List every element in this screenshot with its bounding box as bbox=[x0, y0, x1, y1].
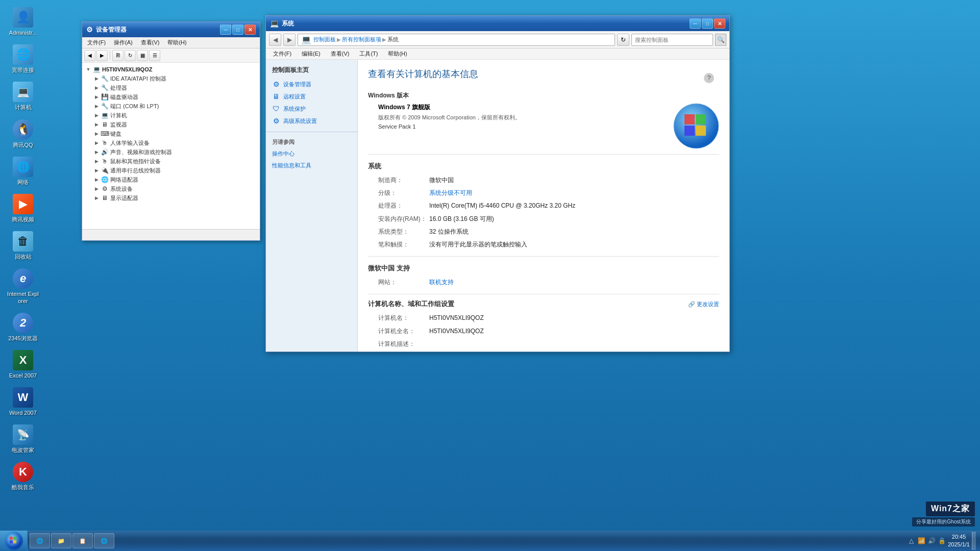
tree-root-toggle[interactable]: ▼ bbox=[84, 65, 92, 73]
tree-item-keyboard[interactable]: ▶ ⌨ 键盘 bbox=[92, 129, 258, 138]
monitor-toggle[interactable]: ▶ bbox=[92, 120, 101, 129]
device-manager-menu-file[interactable]: 文件(F) bbox=[84, 38, 109, 47]
sysinfo-menu-edit[interactable]: 编辑(E) bbox=[298, 49, 325, 59]
tree-item-processor[interactable]: ▶ 🔧 处理器 bbox=[92, 83, 258, 92]
sysinfo-menu-view[interactable]: 查看(V) bbox=[327, 49, 354, 59]
processor-toggle[interactable]: ▶ bbox=[92, 84, 101, 92]
sysinfo-menu-file[interactable]: 文件(F) bbox=[269, 49, 296, 59]
breadcrumb-part2[interactable]: 所有控制面板项 bbox=[342, 36, 381, 43]
device-manager-menu-view[interactable]: 查看(V) bbox=[138, 38, 163, 47]
desktop-icon-tengxun[interactable]: ▶ 腾讯视频 bbox=[5, 192, 41, 225]
computer-desc-value bbox=[429, 339, 719, 349]
tree-item-system[interactable]: ▶ ⚙ 系统设备 bbox=[92, 184, 258, 193]
sidebar-link-remote[interactable]: 🖥 远程设置 bbox=[266, 91, 357, 103]
device-manager-menu-action[interactable]: 操作(A) bbox=[111, 38, 136, 47]
address-path[interactable]: 💻 控制面板 ▶ 所有控制面板项 ▶ 系统 bbox=[298, 34, 615, 46]
tree-item-network[interactable]: ▶ 🌐 网络适配器 bbox=[92, 175, 258, 184]
ide-toggle[interactable]: ▶ bbox=[92, 74, 101, 83]
breadcrumb-part1[interactable]: 控制面板 bbox=[313, 36, 336, 43]
desktop-icon-excel[interactable]: X Excel 2007 bbox=[5, 348, 41, 381]
tray-volume-icon[interactable]: 🔊 bbox=[927, 537, 936, 545]
taskbar-item-ie[interactable]: 🌐 bbox=[30, 533, 50, 548]
tray-expand-icon[interactable]: △ bbox=[907, 537, 915, 545]
taskbar-item-folder[interactable]: 📁 bbox=[51, 533, 71, 548]
desktop-icon-computer[interactable]: 💻 计算机 bbox=[5, 80, 41, 113]
system-info-table: 制造商： 微软中国 分级： 系统分级不可用 处理器： Intel(R) Core… bbox=[368, 174, 719, 251]
toolbar-forward-button[interactable]: ▶ bbox=[96, 50, 108, 61]
desktop-icon-ie[interactable]: e Internet Explorer bbox=[5, 266, 41, 306]
sidebar-link-action-center[interactable]: 操作中心 bbox=[266, 148, 357, 160]
device-manager-maximize-button[interactable]: □ bbox=[232, 24, 243, 35]
sysinfo-menu-help[interactable]: 帮助(H) bbox=[384, 49, 411, 59]
tray-network-icon[interactable]: 📶 bbox=[917, 537, 925, 545]
sidebar-link-protection[interactable]: 🛡 系统保护 bbox=[266, 103, 357, 115]
tree-item-audio[interactable]: ▶ 🔊 声音、视频和游戏控制器 bbox=[92, 147, 258, 157]
tree-item-hid[interactable]: ▶ 🖱 人体学输入设备 bbox=[92, 138, 258, 147]
sysinfo-menu-tools[interactable]: 工具(T) bbox=[355, 49, 382, 59]
device-manager-minimize-button[interactable]: ─ bbox=[220, 24, 231, 35]
clock-time: 20:45 bbox=[948, 533, 970, 541]
help-icon[interactable]: ? bbox=[704, 73, 714, 83]
desktop-icon-ie2[interactable]: 2 2345浏览器 bbox=[5, 311, 41, 344]
tree-item-computer[interactable]: ▶ 💻 计算机 bbox=[92, 111, 258, 120]
back-button[interactable]: ◀ bbox=[269, 34, 281, 46]
system-info-minimize-button[interactable]: ─ bbox=[690, 18, 701, 29]
mouse-label: 鼠标和其他指针设备 bbox=[110, 158, 161, 165]
disk-toggle[interactable]: ▶ bbox=[92, 93, 101, 101]
taskbar-item-browser[interactable]: 🌐 bbox=[94, 533, 114, 548]
mouse-toggle[interactable]: ▶ bbox=[92, 157, 101, 165]
tree-item-ide[interactable]: ▶ 🔧 IDE ATA/ATAPI 控制器 bbox=[92, 74, 258, 83]
toolbar-more-button[interactable]: ▦ bbox=[137, 50, 148, 61]
network-toggle[interactable]: ▶ bbox=[92, 176, 101, 184]
website-value[interactable]: 联机支持 bbox=[429, 278, 719, 287]
device-manager-window: ⚙ 设备管理器 ─ □ ✕ 文件(F) 操作(A) 查看(V) 帮助(H) ◀ … bbox=[82, 21, 260, 241]
device-manager-menu-help[interactable]: 帮助(H) bbox=[164, 38, 189, 47]
desktop-icon-word[interactable]: W Word 2007 bbox=[5, 385, 41, 418]
desktop-icon-dianbo[interactable]: 📡 电波管家 bbox=[5, 422, 41, 456]
forward-button[interactable]: ▶ bbox=[283, 34, 296, 46]
device-manager-close-button[interactable]: ✕ bbox=[244, 24, 256, 35]
port-toggle[interactable]: ▶ bbox=[92, 102, 101, 110]
sidebar-link-performance[interactable]: 性能信息和工具 bbox=[266, 160, 357, 171]
audio-toggle[interactable]: ▶ bbox=[92, 148, 101, 156]
desktop-icon-qq[interactable]: 🐧 腾讯QQ bbox=[5, 117, 41, 151]
start-button[interactable] bbox=[0, 531, 28, 551]
tree-item-port[interactable]: ▶ 🔧 端口 (COM 和 LPT) bbox=[92, 102, 258, 111]
toolbar-back-button[interactable]: ◀ bbox=[84, 50, 95, 61]
desktop-icon-admin[interactable]: 👤 Administr... bbox=[5, 5, 41, 38]
system-toggle[interactable]: ▶ bbox=[92, 185, 101, 193]
tree-item-disk[interactable]: ▶ 💾 磁盘驱动器 bbox=[92, 92, 258, 102]
tray-security-icon[interactable]: 🔒 bbox=[938, 537, 946, 545]
sidebar-link-advanced[interactable]: ⚙ 高级系统设置 bbox=[266, 115, 357, 128]
desktop-icon-recycle[interactable]: 🗑 回收站 bbox=[5, 229, 41, 262]
show-desktop-button[interactable] bbox=[972, 532, 976, 550]
usb-label: 通用串行总线控制器 bbox=[110, 167, 161, 174]
system-info-maximize-button[interactable]: □ bbox=[702, 18, 713, 29]
desktop-icon-connect[interactable]: 🌐 宽带连接 bbox=[5, 42, 41, 76]
toolbar-update-button[interactable]: ↻ bbox=[125, 50, 136, 61]
toolbar-properties-button[interactable]: 🖹 bbox=[112, 50, 124, 61]
taskbar-item-task[interactable]: 📋 bbox=[72, 533, 93, 548]
rating-value[interactable]: 系统分级不可用 bbox=[429, 188, 719, 198]
tree-item-display[interactable]: ▶ 🖥 显示适配器 bbox=[92, 193, 258, 203]
computer-toggle[interactable]: ▶ bbox=[92, 111, 101, 119]
system-info-close-button[interactable]: ✕ bbox=[714, 18, 725, 29]
change-settings-link[interactable]: 🔗 更改设置 bbox=[688, 300, 719, 308]
tree-item-mouse[interactable]: ▶ 🖱 鼠标和其他指针设备 bbox=[92, 157, 258, 166]
toolbar-view-button[interactable]: ☰ bbox=[149, 50, 160, 61]
win7home-subtitle: 分享最好用的Ghost系统 bbox=[912, 517, 975, 527]
desktop-icon-network[interactable]: 🌐 网络 bbox=[5, 155, 41, 188]
tree-item-usb[interactable]: ▶ 🔌 通用串行总线控制器 bbox=[92, 166, 258, 175]
hid-toggle[interactable]: ▶ bbox=[92, 139, 101, 147]
desktop-icon-kuwo[interactable]: K 酷我音乐 bbox=[5, 460, 41, 493]
keyboard-toggle[interactable]: ▶ bbox=[92, 130, 101, 138]
tree-item-monitor[interactable]: ▶ 🖥 监视器 bbox=[92, 120, 258, 129]
computer-name-row: 计算机名： H5TI0VN5XLI9QOZ bbox=[368, 312, 719, 324]
tree-root-node[interactable]: ▼ 💻 H5TI0VN5XLI9QOZ bbox=[84, 65, 258, 74]
display-toggle[interactable]: ▶ bbox=[92, 194, 101, 202]
search-button[interactable]: 🔍 bbox=[715, 34, 726, 46]
usb-toggle[interactable]: ▶ bbox=[92, 166, 101, 174]
refresh-button[interactable]: ↻ bbox=[617, 34, 629, 46]
sidebar-link-device-manager[interactable]: ⚙ 设备管理器 bbox=[266, 79, 357, 91]
search-input[interactable] bbox=[631, 34, 713, 46]
